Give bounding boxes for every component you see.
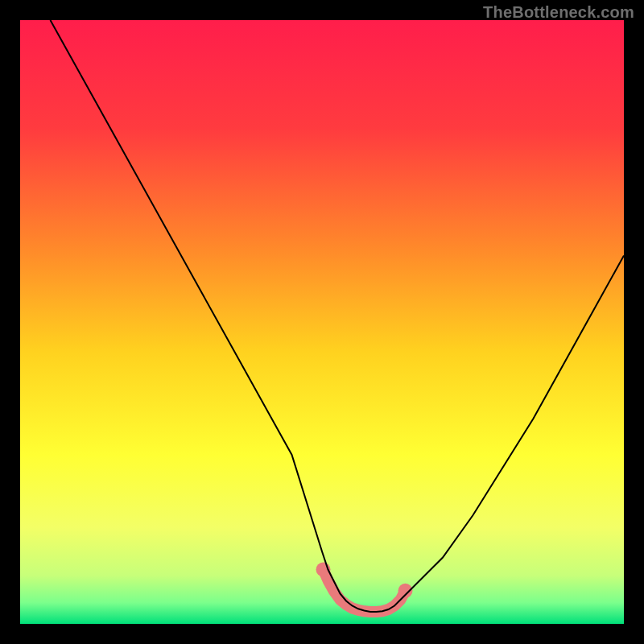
plot-area: [20, 20, 624, 624]
chart-canvas: [20, 20, 624, 624]
gradient-background: [20, 20, 624, 624]
watermark-text: TheBottleneck.com: [483, 3, 634, 22]
chart-frame: TheBottleneck.com: [0, 0, 644, 644]
